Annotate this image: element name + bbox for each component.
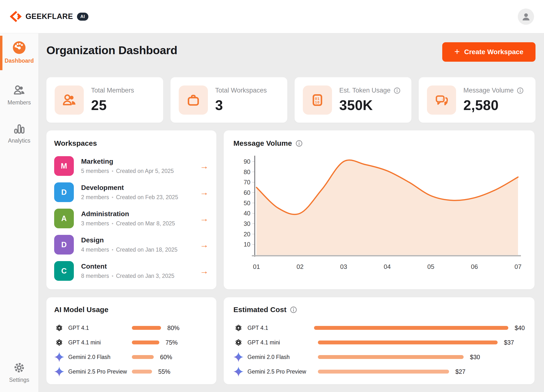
ai-model-usage-title: AI Model Usage bbox=[54, 306, 209, 314]
stat-card-total-workspaces: Total Workspaces 3 bbox=[170, 77, 287, 123]
usage-row-gemini-2-0-flash: Gemini 2.0 Flash 60% bbox=[54, 350, 209, 364]
workspace-avatar: A bbox=[54, 209, 74, 228]
info-icon[interactable] bbox=[517, 87, 524, 94]
stat-label: Est. Token Usage bbox=[339, 87, 391, 94]
usage-bar bbox=[132, 341, 159, 344]
cost-value: $40 bbox=[515, 324, 525, 332]
workspace-avatar: D bbox=[54, 235, 74, 255]
messages-icon bbox=[427, 85, 456, 115]
arrow-right-icon[interactable]: → bbox=[200, 267, 209, 275]
usage-bar bbox=[132, 370, 152, 374]
svg-text:01: 01 bbox=[253, 263, 260, 270]
svg-text:07: 07 bbox=[515, 263, 522, 270]
members-icon bbox=[13, 84, 26, 96]
workspace-row-development[interactable]: D Development 2 members•Created on Feb 2… bbox=[54, 182, 209, 202]
sidebar-item-label: Settings bbox=[9, 377, 29, 383]
arrow-right-icon[interactable]: → bbox=[200, 162, 209, 170]
page-title: Organization Dashboard bbox=[46, 43, 177, 57]
workspace-row-content[interactable]: C Content 8 members•Created on Jan 3, 20… bbox=[54, 261, 209, 281]
svg-text:70: 70 bbox=[244, 179, 250, 186]
workspace-meta: 3 members•Created on Mar 8, 2025 bbox=[81, 220, 175, 227]
model-name: Gemini 2.5 Pro Preview bbox=[247, 368, 318, 375]
workspace-name: Development bbox=[81, 184, 178, 192]
brand-logo[interactable]: GEEKFLARE AI bbox=[10, 11, 88, 22]
svg-text:20: 20 bbox=[244, 231, 250, 238]
stat-card-message-volume: Message Volume 2,580 bbox=[419, 77, 536, 123]
plus-icon: + bbox=[454, 46, 460, 57]
workspaces-title: Workspaces bbox=[54, 139, 209, 147]
gemini-icon bbox=[54, 352, 64, 362]
svg-text:10: 10 bbox=[244, 241, 250, 248]
briefcase-icon bbox=[179, 85, 208, 115]
model-name: GPT 4.1 bbox=[247, 325, 314, 331]
cost-row-gpt-4-1: GPT 4.1 $40 bbox=[233, 321, 525, 335]
info-icon[interactable] bbox=[393, 87, 401, 94]
dashboard-gauge-icon bbox=[12, 41, 26, 55]
stats-row: Total Members 25 Total Workspaces 3 01 bbox=[46, 77, 536, 123]
sidebar-item-members[interactable]: Members bbox=[0, 84, 38, 106]
cost-row-gemini-2-0-flash: Gemini 2.0 Flash $30 bbox=[233, 350, 525, 364]
workspace-row-design[interactable]: D Design 4 members•Created on Jan 18, 20… bbox=[54, 235, 209, 255]
stat-card-token-usage: 01 10 Est. Token Usage 350K bbox=[295, 77, 411, 123]
usage-row-gemini-2-5-pro-preview: Gemini 2.5 Pro Preview 55% bbox=[54, 364, 209, 379]
workspace-name: Design bbox=[81, 236, 178, 244]
svg-text:01: 01 bbox=[315, 96, 320, 100]
cost-value: $30 bbox=[470, 354, 480, 361]
sidebar-item-analytics[interactable]: Analytics bbox=[0, 122, 38, 144]
svg-text:03: 03 bbox=[340, 263, 347, 270]
sidebar-item-dashboard[interactable]: Dashboard bbox=[0, 41, 38, 64]
svg-text:60: 60 bbox=[244, 189, 250, 196]
model-name: GPT 4.1 mini bbox=[247, 339, 318, 346]
sidebar-item-settings[interactable]: Settings bbox=[0, 362, 38, 383]
cost-row-gemini-2-5-pro-preview: Gemini 2.5 Pro Preview $27 bbox=[233, 364, 525, 379]
svg-text:90: 90 bbox=[244, 158, 250, 165]
sidebar-item-label: Members bbox=[8, 99, 31, 106]
user-avatar[interactable] bbox=[518, 9, 534, 25]
message-volume-title: Message Volume bbox=[233, 139, 292, 147]
cost-bar bbox=[318, 341, 498, 344]
create-workspace-button[interactable]: + Create Workspace bbox=[442, 42, 536, 62]
info-icon[interactable] bbox=[295, 140, 303, 147]
sidebar: Dashboard Members Analytics bbox=[0, 33, 39, 392]
message-volume-panel: Message Volume 1020304050607080900102030… bbox=[224, 130, 535, 289]
cost-bar bbox=[314, 326, 508, 330]
cost-list: GPT 4.1 $40 GPT 4.1 mini $37 bbox=[233, 321, 525, 379]
svg-text:10: 10 bbox=[315, 100, 320, 104]
ai-model-usage-panel: AI Model Usage GPT 4.1 80% bbox=[46, 297, 216, 384]
workspace-row-administration[interactable]: A Administration 3 members•Created on Ma… bbox=[54, 209, 209, 228]
estimated-cost-title: Estimated Cost bbox=[233, 306, 286, 314]
info-icon[interactable] bbox=[290, 306, 297, 314]
openai-icon bbox=[54, 323, 64, 333]
stat-label: Total Workspaces bbox=[215, 87, 267, 94]
stat-value: 3 bbox=[215, 97, 267, 113]
model-name: Gemini 2.0 Flash bbox=[247, 354, 318, 360]
usage-row-gpt-4-1: GPT 4.1 80% bbox=[54, 321, 209, 335]
create-workspace-label: Create Workspace bbox=[464, 48, 523, 56]
stat-label: Message Volume bbox=[463, 87, 514, 94]
model-name: Gemini 2.0 Flash bbox=[68, 354, 132, 360]
brand-name: GEEKFLARE bbox=[26, 12, 73, 21]
svg-text:05: 05 bbox=[427, 263, 434, 270]
model-name: Gemini 2.5 Pro Preview bbox=[68, 368, 132, 375]
workspace-avatar: C bbox=[54, 261, 74, 281]
main-content: Organization Dashboard + Create Workspac… bbox=[39, 33, 544, 392]
workspace-name: Marketing bbox=[81, 158, 174, 165]
arrow-right-icon[interactable]: → bbox=[200, 240, 209, 249]
workspace-name: Content bbox=[81, 263, 174, 270]
svg-text:50: 50 bbox=[244, 200, 250, 206]
workspace-row-marketing[interactable]: M Marketing 5 members•Created on Apr 5, … bbox=[54, 156, 209, 176]
workspace-meta: 5 members•Created on Apr 5, 2025 bbox=[81, 168, 174, 174]
arrow-right-icon[interactable]: → bbox=[200, 214, 209, 223]
openai-icon bbox=[54, 337, 64, 348]
message-volume-chart: 10203040506070809001020304050607 bbox=[233, 153, 525, 274]
workspace-meta: 8 members•Created on Jan 3, 2025 bbox=[81, 273, 174, 279]
arrow-right-icon[interactable]: → bbox=[200, 188, 209, 197]
svg-text:40: 40 bbox=[244, 210, 250, 217]
gemini-icon bbox=[233, 352, 244, 362]
usage-percent: 55% bbox=[158, 368, 170, 375]
analytics-icon bbox=[13, 122, 25, 135]
gemini-icon bbox=[54, 366, 64, 377]
svg-text:04: 04 bbox=[384, 263, 391, 270]
members-icon bbox=[55, 85, 84, 115]
workspace-avatar: M bbox=[54, 156, 74, 176]
